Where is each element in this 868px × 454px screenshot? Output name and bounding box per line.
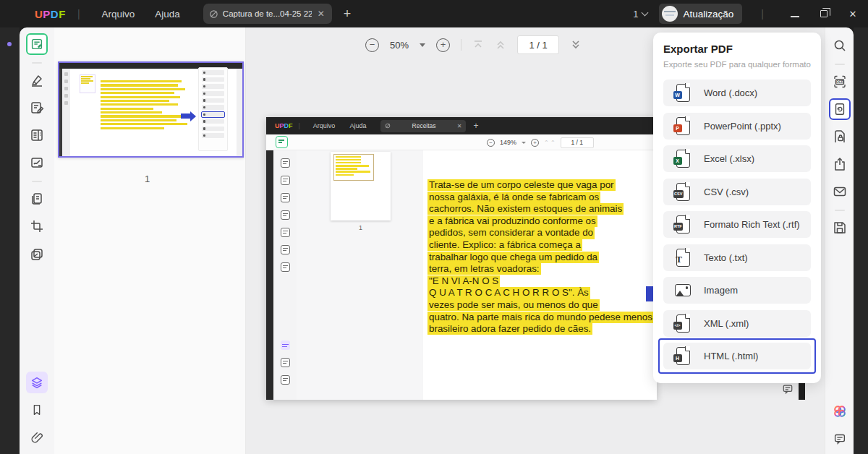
export-pdf-panel: Exportar PDF Exporte seu PDF para qualqu…: [653, 33, 821, 383]
nested-nav-icons: ⌃ ⌃: [544, 140, 556, 146]
page-thumbnail[interactable]: [58, 61, 244, 158]
close-button[interactable]: ✕: [848, 9, 858, 20]
nested-new-tab: +: [473, 121, 478, 131]
titlebar-divider: |: [77, 8, 80, 20]
organize-button[interactable]: [26, 124, 48, 146]
zoom-out-button[interactable]: −: [365, 38, 379, 52]
export-option-label: XML (.xml): [704, 318, 749, 329]
mail-button[interactable]: [829, 181, 851, 202]
toolbar-separator: [835, 64, 845, 65]
menu-ajuda[interactable]: Ajuda: [145, 4, 190, 24]
export-option-csv[interactable]: CSV CSV (.csv): [663, 179, 811, 205]
protect-button[interactable]: [829, 126, 851, 147]
ocr-button[interactable]: OCR: [829, 71, 851, 93]
export-option-xml[interactable]: </> XML (.xml): [663, 310, 811, 337]
export-option-label: Excel (.xlsx): [704, 153, 754, 164]
stamp-button[interactable]: [26, 243, 48, 265]
pages-button[interactable]: [26, 188, 48, 210]
titlebar: UPDF | Arquivo Ajuda Captura de te...04-…: [0, 0, 868, 27]
page-indicator[interactable]: 1 / 1: [517, 35, 559, 54]
nested-tab-close-icon: ✕: [457, 123, 462, 129]
nested-thumbnail-page-number: 1: [331, 224, 391, 231]
annotate-button[interactable]: [26, 97, 48, 119]
nested-tool-icon: [281, 176, 290, 185]
thumb-blue-arrow: [181, 113, 191, 119]
crop-button[interactable]: [26, 215, 48, 237]
nested-menu-ajuda: Ajuda: [342, 122, 373, 129]
layers-button[interactable]: [26, 372, 48, 393]
export-option-ppt[interactable]: P PowerPoint (.pptx): [663, 113, 811, 140]
thumb-left-toolbar: [62, 69, 70, 156]
nested-paperclip-icon: [281, 375, 290, 385]
bookmark-button[interactable]: [26, 399, 48, 421]
nested-page-indicator: 1 / 1: [561, 137, 594, 148]
comment-edit-icon: [29, 100, 45, 116]
export-icon: [833, 102, 847, 116]
reader-mode-button[interactable]: [26, 33, 48, 55]
collapse-dot[interactable]: [7, 42, 12, 46]
file-type-icon: H: [674, 347, 692, 365]
scrollbar-thumb[interactable]: [799, 381, 805, 400]
file-type-icon: P: [674, 117, 692, 135]
crop-icon: [29, 218, 45, 234]
export-option-html[interactable]: H HTML (.html): [663, 343, 811, 369]
nested-tool-icon: [281, 210, 290, 220]
canvas-feedback-button[interactable]: [781, 382, 794, 395]
account-button[interactable]: Atualização: [659, 4, 743, 24]
export-option-rtf[interactable]: RTF Formato Rich Text (.rtf): [663, 211, 811, 238]
zoom-in-button[interactable]: +: [436, 38, 450, 52]
nested-thumbnail-panel: 1: [297, 150, 423, 400]
nested-titlebar: UPDF | Arquivo Ajuda Receitas ✕ +: [266, 117, 657, 134]
nested-annotation-slash-icon: [385, 123, 391, 129]
document-tab[interactable]: Captura de te...04-25 220056* ✕: [203, 4, 332, 24]
nested-document-tab: Receitas ✕: [380, 120, 466, 132]
updf-logo: UPDF: [35, 8, 66, 20]
export-option-word[interactable]: W Word (.docx): [663, 80, 811, 106]
export-option-excel[interactable]: X Excel (.xlsx): [663, 145, 811, 172]
restore-button[interactable]: [819, 9, 829, 20]
chevron-double-down-icon[interactable]: [570, 39, 582, 51]
minimize-button[interactable]: [790, 9, 800, 20]
tab-close-icon[interactable]: ✕: [316, 9, 326, 19]
ai-sparkle-icon: [832, 403, 848, 419]
file-type-icon: CSV: [674, 183, 692, 201]
go-top-icon[interactable]: [472, 39, 484, 51]
toolbar-separator: [835, 210, 845, 211]
new-tab-button[interactable]: +: [344, 7, 352, 22]
zoom-level: 50%: [390, 40, 409, 51]
ai-assistant-button[interactable]: [829, 401, 851, 422]
chevron-double-up-icon[interactable]: [495, 39, 506, 51]
file-type-icon: </>: [674, 314, 692, 333]
nested-zoom-out-icon: −: [487, 139, 495, 147]
ocr-icon: OCR: [832, 74, 848, 90]
copy-pages-icon: [29, 191, 45, 207]
export-option-image[interactable]: Imagem: [663, 277, 811, 304]
document-page-screenshot: UPDF | Arquivo Ajuda Receitas ✕ + − 149%…: [266, 117, 657, 400]
thumbnail-page-number: 1: [54, 174, 240, 184]
export-option-txt[interactable]: T Texto (.txt): [663, 244, 811, 271]
nested-left-toolbar: [273, 150, 297, 400]
export-option-label: Formato Rich Text (.rtf): [704, 219, 800, 230]
save-button[interactable]: [829, 217, 851, 239]
document-text: Trata-se de um corpo celeste que vaga po…: [427, 178, 657, 334]
reader-icon: [30, 37, 44, 51]
sign-button[interactable]: [26, 152, 48, 174]
nested-tab-title: Receitas: [394, 122, 453, 129]
zoom-dropdown-icon[interactable]: [420, 43, 425, 47]
nested-tool-icon: [281, 262, 290, 272]
share-button[interactable]: [829, 153, 851, 175]
highlighter-button[interactable]: [26, 69, 48, 91]
export-pdf-button[interactable]: [829, 98, 851, 120]
menu-arquivo[interactable]: Arquivo: [92, 4, 145, 24]
search-button[interactable]: [829, 35, 851, 56]
thumb-minipage: [80, 74, 95, 93]
updf-window: UPDF | Arquivo Ajuda Captura de te...04-…: [0, 0, 868, 454]
file-type-icon: RTF: [674, 215, 692, 234]
window-count-dropdown[interactable]: 1: [633, 9, 647, 20]
feedback-panel-button[interactable]: [829, 428, 851, 450]
nested-divider: |: [299, 122, 300, 129]
export-option-label: CSV (.csv): [704, 187, 749, 197]
nested-menu-arquivo: Arquivo: [306, 122, 343, 129]
export-option-label: Texto (.txt): [704, 252, 748, 263]
attachment-button[interactable]: [26, 427, 48, 448]
